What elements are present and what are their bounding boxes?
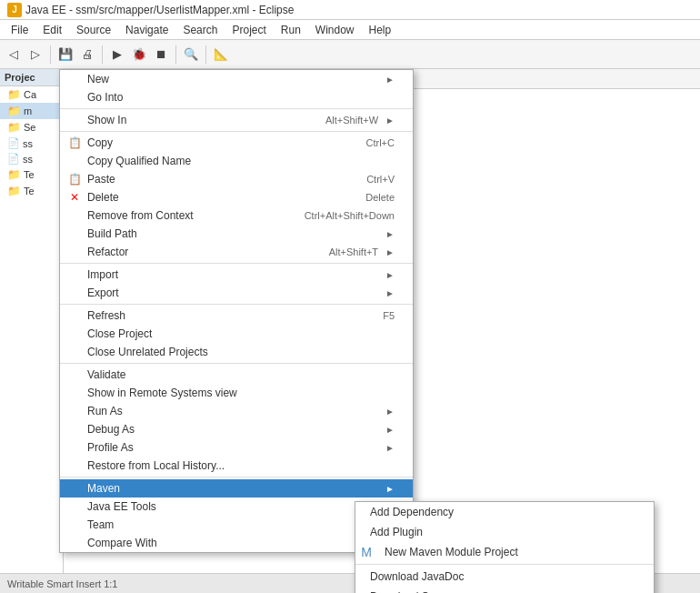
sidebar-item-m[interactable]: 📁 m <box>0 103 63 119</box>
menu-project[interactable]: Project <box>225 22 273 38</box>
menu-item-export-label: Export <box>87 286 119 299</box>
menu-bar: File Edit Source Navigate Search Project… <box>0 20 700 40</box>
shortcut-remove-context: Ctrl+Alt+Shift+Down <box>305 210 395 221</box>
menu-item-profile-as[interactable]: Profile As ► <box>60 438 413 457</box>
menu-item-delete[interactable]: ✕ Delete Delete <box>60 188 413 206</box>
folder-icon-m: 📁 <box>7 105 21 117</box>
menu-item-copy-qualified-label: Copy Qualified Name <box>87 155 191 167</box>
menu-item-paste-label: Paste <box>87 173 115 186</box>
shortcut-delete: Delete <box>365 192 395 203</box>
menu-item-refresh[interactable]: Refresh F5 <box>60 307 413 325</box>
arrow-icon-show-in: ► <box>385 116 395 126</box>
toolbar-forward[interactable]: ▷ <box>25 45 45 65</box>
file-icon-ss1: 📄 <box>7 137 20 149</box>
sidebar-label-ca: Ca <box>24 89 36 100</box>
menu-item-new-label: New <box>87 73 109 85</box>
menu-item-import[interactable]: Import ► <box>60 266 413 284</box>
maven-submenu: Add Dependency Add Plugin M New Maven Mo… <box>355 501 655 593</box>
sidebar-item-te2[interactable]: 📁 Te <box>0 183 63 199</box>
menu-item-show-in[interactable]: Show In Alt+Shift+W ► <box>60 111 413 129</box>
menu-item-java-ee-tools-label: Java EE Tools <box>87 500 156 513</box>
arrow-icon-debug-as: ► <box>385 425 395 435</box>
separator-2 <box>60 131 413 132</box>
menu-item-new[interactable]: New ► <box>60 70 413 88</box>
sidebar-item-ss2[interactable]: 📄 ss <box>0 151 63 166</box>
menu-item-remove-context[interactable]: Remove from Context Ctrl+Alt+Shift+Down <box>60 206 413 225</box>
maven-module-icon: M <box>359 545 374 559</box>
submenu-download-javadoc[interactable]: Download JavaDoc <box>355 567 654 587</box>
menu-item-copy[interactable]: 📋 Copy Ctrl+C <box>60 134 413 152</box>
menu-item-debug-as[interactable]: Debug As ► <box>60 420 413 438</box>
toolbar: ◁ ▷ 💾 🖨 ▶ 🐞 ⏹ 🔍 📐 <box>0 40 700 69</box>
menu-item-compare-with-label: Compare With <box>87 537 157 549</box>
submenu-download-sources[interactable]: Download Sources <box>355 587 654 593</box>
separator-5 <box>60 363 413 364</box>
arrow-icon-build-path: ► <box>385 229 395 239</box>
menu-item-refactor[interactable]: Refactor Alt+Shift+T ► <box>60 243 413 261</box>
arrow-icon-maven: ► <box>385 484 395 494</box>
menu-item-go-into[interactable]: Go Into <box>60 88 413 106</box>
shortcut-refactor: Alt+Shift+T <box>329 246 378 257</box>
submenu-download-javadoc-label: Download JavaDoc <box>370 570 464 583</box>
menu-item-export[interactable]: Export ► <box>60 284 413 302</box>
title-bar: J Java EE - ssm/src/mapper/UserlistMappe… <box>0 0 700 20</box>
sidebar-item-ss1[interactable]: 📄 ss <box>0 136 63 151</box>
menu-item-validate[interactable]: Validate <box>60 366 413 384</box>
arrow-icon-run-as: ► <box>385 407 395 417</box>
submenu-new-maven-module[interactable]: M New Maven Module Project <box>355 542 654 562</box>
menu-edit[interactable]: Edit <box>35 22 69 38</box>
menu-item-maven[interactable]: Maven ► <box>60 479 413 498</box>
toolbar-debug[interactable]: 🐞 <box>129 45 149 65</box>
menu-file[interactable]: File <box>4 22 35 38</box>
toolbar-save[interactable]: 💾 <box>55 45 75 65</box>
shortcut-refresh: F5 <box>383 310 395 321</box>
separator-1 <box>60 108 413 109</box>
toolbar-back[interactable]: ◁ <box>4 45 24 65</box>
menu-window[interactable]: Window <box>308 22 362 38</box>
file-icon-ss2: 📄 <box>7 153 20 165</box>
folder-icon-te1: 📁 <box>7 168 21 181</box>
menu-help[interactable]: Help <box>362 22 399 38</box>
menu-item-delete-label: Delete <box>87 191 119 204</box>
menu-item-show-remote[interactable]: Show in Remote Systems view <box>60 384 413 402</box>
submenu-new-maven-module-label: New Maven Module Project <box>385 546 518 558</box>
menu-item-run-as-label: Run As <box>87 405 123 417</box>
menu-item-close-project-label: Close Project <box>87 327 152 340</box>
arrow-icon-new: ► <box>385 75 395 85</box>
toolbar-print[interactable]: 🖨 <box>77 45 97 65</box>
sidebar-item-ca[interactable]: 📁 Ca <box>0 86 63 103</box>
submenu-add-dependency[interactable]: Add Dependency <box>355 502 654 522</box>
sidebar-label-m: m <box>24 106 32 116</box>
toolbar-run[interactable]: ▶ <box>107 45 127 65</box>
submenu-add-plugin[interactable]: Add Plugin <box>355 522 654 542</box>
menu-item-import-label: Import <box>87 268 118 281</box>
menu-item-profile-as-label: Profile As <box>87 441 134 454</box>
sidebar-label-se: Se <box>24 122 35 133</box>
menu-search[interactable]: Search <box>175 22 225 38</box>
toolbar-sep4 <box>205 45 206 64</box>
toolbar-perspective[interactable]: 📐 <box>211 45 231 65</box>
menu-item-refresh-label: Refresh <box>87 309 125 322</box>
menu-item-close-unrelated[interactable]: Close Unrelated Projects <box>60 343 413 361</box>
sidebar-item-te1[interactable]: 📁 Te <box>0 166 63 183</box>
menu-navigate[interactable]: Navigate <box>118 22 175 38</box>
menu-item-run-as[interactable]: Run As ► <box>60 402 413 420</box>
sidebar-item-se[interactable]: 📁 Se <box>0 119 63 136</box>
menu-run[interactable]: Run <box>274 22 308 38</box>
menu-item-build-path[interactable]: Build Path ► <box>60 225 413 243</box>
toolbar-search[interactable]: 🔍 <box>181 45 201 65</box>
arrow-icon-import: ► <box>385 270 395 280</box>
delete-icon: ✕ <box>67 190 82 205</box>
menu-item-maven-label: Maven <box>87 482 120 495</box>
menu-item-close-project[interactable]: Close Project <box>60 325 413 343</box>
menu-item-close-unrelated-label: Close Unrelated Projects <box>87 346 208 358</box>
menu-item-validate-label: Validate <box>87 368 125 381</box>
sidebar-label-ss2: ss <box>23 154 33 165</box>
menu-item-team-label: Team <box>87 518 114 531</box>
menu-item-copy-qualified[interactable]: Copy Qualified Name <box>60 152 413 170</box>
menu-item-restore-history[interactable]: Restore from Local History... <box>60 457 413 475</box>
menu-source[interactable]: Source <box>69 22 118 38</box>
toolbar-stop[interactable]: ⏹ <box>151 45 171 65</box>
copy-icon: 📋 <box>67 136 82 150</box>
menu-item-paste[interactable]: 📋 Paste Ctrl+V <box>60 170 413 188</box>
